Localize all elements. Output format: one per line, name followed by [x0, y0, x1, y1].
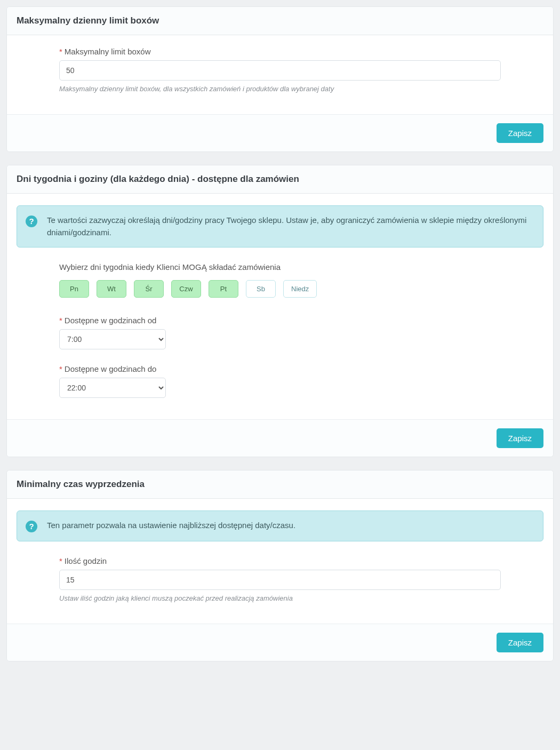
- info-text: Te wartości zazwyczaj określają dni/godz…: [47, 214, 533, 238]
- required-marker: *: [59, 364, 62, 373]
- hours-to-select[interactable]: 22:00: [59, 378, 166, 398]
- panel-title: Dni tygodnia i goziny (dla każdego dnia)…: [7, 165, 553, 194]
- save-button[interactable]: Zapisz: [497, 633, 543, 652]
- panel-min-lead-time: Minimalny czas wyprzedzenia ? Ten parame…: [6, 470, 554, 661]
- day-chip-pn[interactable]: Pn: [59, 280, 89, 298]
- day-chip-niedz[interactable]: Niedz: [283, 280, 317, 298]
- day-chip-wt[interactable]: Wt: [97, 280, 126, 298]
- max-boxes-help: Maksymalny dzienny limit boxów, dla wszy…: [59, 85, 501, 93]
- days-select-label: Wybierz dni tygodnia kiedy Klienci MOGĄ …: [59, 262, 501, 272]
- lead-hours-label: *Ilość godzin: [59, 556, 501, 565]
- hours-from-select[interactable]: 7:00: [59, 329, 166, 349]
- info-text: Ten parametr pozwala na ustawienie najbl…: [47, 520, 295, 532]
- required-marker: *: [59, 47, 62, 56]
- day-selector-row: PnWtŚrCzwPtSbNiedz: [59, 280, 501, 298]
- question-icon: ?: [26, 521, 37, 532]
- panel-title: Minimalny czas wyprzedzenia: [7, 470, 553, 499]
- panel-title: Maksymalny dzienny limit boxów: [7, 7, 553, 35]
- max-boxes-label: *Maksymalny limit boxów: [59, 47, 501, 56]
- panel-max-daily-boxes: Maksymalny dzienny limit boxów *Maksymal…: [6, 6, 554, 152]
- question-icon: ?: [26, 216, 37, 227]
- lead-hours-input[interactable]: [59, 570, 501, 590]
- day-chip-sb[interactable]: Sb: [246, 280, 276, 298]
- panel-days-hours: Dni tygodnia i goziny (dla każdego dnia)…: [6, 165, 554, 457]
- required-marker: *: [59, 556, 62, 565]
- info-box: ? Ten parametr pozwala na ustawienie naj…: [17, 510, 543, 541]
- day-chip-pt[interactable]: Pt: [209, 280, 238, 298]
- day-chip-czw[interactable]: Czw: [171, 280, 201, 298]
- info-box: ? Te wartości zazwyczaj określają dni/go…: [17, 205, 543, 248]
- required-marker: *: [59, 316, 62, 325]
- save-button[interactable]: Zapisz: [497, 428, 543, 448]
- lead-hours-help: Ustaw iliść godzin jaką klienci muszą po…: [59, 594, 501, 602]
- max-boxes-input[interactable]: [59, 60, 501, 81]
- save-button[interactable]: Zapisz: [497, 123, 543, 143]
- hours-from-label: *Dostępne w godzinach od: [59, 316, 501, 325]
- hours-to-label: *Dostępne w godzinach do: [59, 364, 501, 373]
- day-chip-śr[interactable]: Śr: [134, 280, 164, 298]
